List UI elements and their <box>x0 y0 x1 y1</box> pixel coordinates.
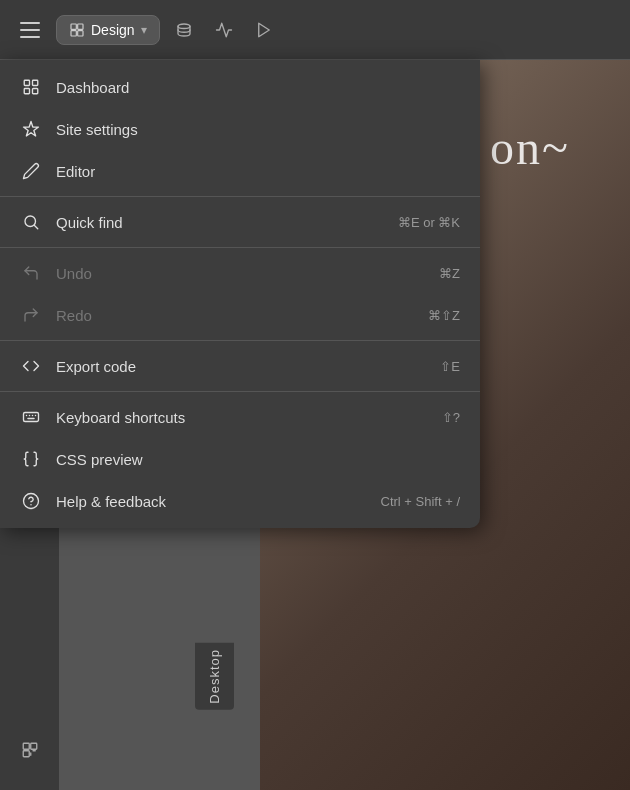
menu-item-keyboard-shortcuts[interactable]: Keyboard shortcuts ⇧? <box>0 396 480 438</box>
design-icon <box>69 22 85 38</box>
keyboard-icon <box>20 406 42 428</box>
menu-divider-after-editor <box>0 196 480 197</box>
menu-divider-after-redo <box>0 340 480 341</box>
svg-rect-0 <box>71 24 76 29</box>
cursive-overlay: on~ <box>490 120 570 175</box>
menu-label-export-code: Export code <box>56 358 426 375</box>
svg-point-21 <box>25 216 36 227</box>
search-icon <box>20 211 42 233</box>
menu-shortcut-help-feedback: Ctrl + Shift + / <box>381 494 460 509</box>
svg-rect-19 <box>24 89 29 94</box>
menu-item-help-feedback[interactable]: Help & feedback Ctrl + Shift + / <box>0 480 480 522</box>
svg-rect-14 <box>23 743 29 749</box>
menu-label-help-feedback: Help & feedback <box>56 493 367 510</box>
svg-rect-3 <box>78 30 83 35</box>
svg-marker-5 <box>258 23 269 37</box>
menu-label-quick-find: Quick find <box>56 214 384 231</box>
menu-item-site-settings[interactable]: Site settings <box>0 108 480 150</box>
menu-label-dashboard: Dashboard <box>56 79 460 96</box>
design-mode-button[interactable]: Design ▾ <box>56 15 160 45</box>
svg-rect-20 <box>33 89 38 94</box>
dropdown-menu: Dashboard Site settings Editor Quick fin… <box>0 60 480 528</box>
menu-item-dashboard[interactable]: Dashboard <box>0 66 480 108</box>
help-icon <box>20 490 42 512</box>
undo-icon <box>20 262 42 284</box>
hamburger-line-3 <box>20 36 40 38</box>
menu-shortcut-export-code: ⇧E <box>440 359 460 374</box>
chevron-down-icon: ▾ <box>141 23 147 37</box>
menu-label-keyboard-shortcuts: Keyboard shortcuts <box>56 409 428 426</box>
hamburger-line-1 <box>20 22 40 24</box>
hamburger-line-2 <box>20 29 40 31</box>
menu-item-editor[interactable]: Editor <box>0 150 480 192</box>
menu-item-quick-find[interactable]: Quick find ⌘E or ⌘K <box>0 201 480 243</box>
menu-label-site-settings: Site settings <box>56 121 460 138</box>
braces-icon <box>20 448 42 470</box>
play-icon[interactable] <box>248 14 280 46</box>
svg-rect-15 <box>30 743 36 749</box>
grid-icon <box>20 76 42 98</box>
svg-rect-1 <box>78 24 83 29</box>
sidebar-components-icon[interactable] <box>10 730 50 770</box>
svg-rect-23 <box>24 413 39 422</box>
menu-item-css-preview[interactable]: CSS preview <box>0 438 480 480</box>
menu-item-export-code[interactable]: Export code ⇧E <box>0 345 480 387</box>
svg-point-4 <box>178 24 190 29</box>
svg-rect-18 <box>33 80 38 85</box>
menu-label-editor: Editor <box>56 163 460 180</box>
pencil-icon <box>20 160 42 182</box>
redo-icon <box>20 304 42 326</box>
svg-line-22 <box>34 225 37 228</box>
star-icon <box>20 118 42 140</box>
svg-rect-2 <box>71 30 76 35</box>
menu-shortcut-quick-find: ⌘E or ⌘K <box>398 215 460 230</box>
svg-rect-16 <box>23 751 29 757</box>
desktop-label[interactable]: Desktop <box>195 643 234 710</box>
design-label: Design <box>91 22 135 38</box>
menu-label-redo: Redo <box>56 307 414 324</box>
menu-shortcut-undo: ⌘Z <box>439 266 460 281</box>
menu-item-redo: Redo ⌘⇧Z <box>0 294 480 336</box>
svg-rect-17 <box>24 80 29 85</box>
toolbar: Design ▾ <box>0 0 630 60</box>
menu-label-undo: Undo <box>56 265 425 282</box>
menu-item-undo: Undo ⌘Z <box>0 252 480 294</box>
database-icon[interactable] <box>168 14 200 46</box>
code-icon <box>20 355 42 377</box>
menu-shortcut-keyboard-shortcuts: ⇧? <box>442 410 460 425</box>
svg-point-29 <box>24 494 39 509</box>
analytics-icon[interactable] <box>208 14 240 46</box>
menu-label-css-preview: CSS preview <box>56 451 460 468</box>
menu-divider-after-export-code <box>0 391 480 392</box>
menu-shortcut-redo: ⌘⇧Z <box>428 308 460 323</box>
menu-divider-after-quick-find <box>0 247 480 248</box>
hamburger-menu-button[interactable] <box>12 12 48 48</box>
